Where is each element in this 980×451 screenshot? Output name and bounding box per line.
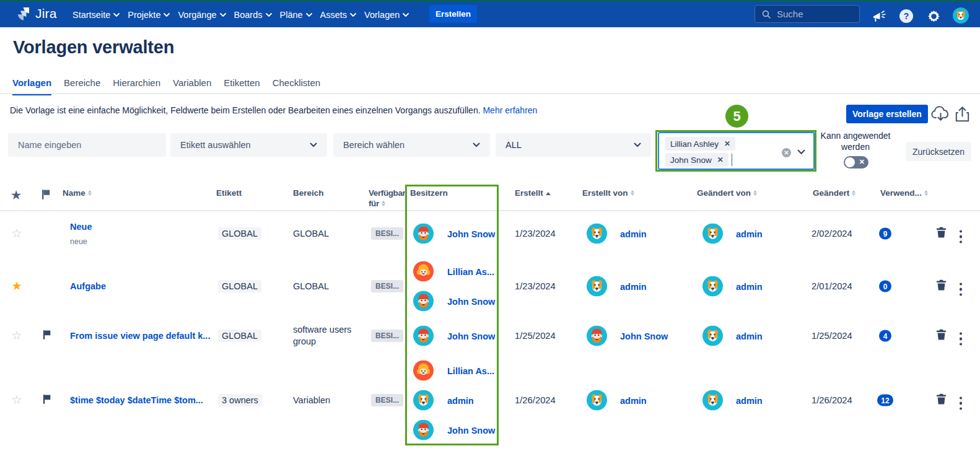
jira-logo[interactable]: Jira: [17, 6, 57, 21]
header-verwendungen[interactable]: Verwend...: [880, 188, 928, 198]
chevron-down-icon[interactable]: [797, 149, 805, 155]
created-by-link[interactable]: admin: [620, 395, 647, 405]
header-geaendert-von[interactable]: Geändert von: [697, 188, 757, 198]
search-icon: [762, 10, 771, 19]
created-date: 1/25/2024: [515, 330, 556, 341]
applicable-filter-select[interactable]: ALL: [496, 133, 651, 157]
modified-by-link[interactable]: admin: [736, 229, 763, 239]
header-erstellt-von[interactable]: Erstellt von: [582, 188, 634, 198]
can-apply-toggle[interactable]: ✕: [844, 156, 868, 169]
header-geaendert[interactable]: Geändert: [813, 188, 855, 198]
sort-icon: [924, 190, 928, 196]
chevron-down-icon: [306, 13, 312, 17]
etikett-cell: GLOBAL: [218, 330, 261, 342]
star-toggle[interactable]: ☆: [10, 330, 24, 342]
created-by-link[interactable]: admin: [620, 229, 647, 239]
label-filter-select[interactable]: Etikett auswählen: [170, 133, 327, 157]
template-name-link[interactable]: Aufgabe: [70, 281, 214, 291]
help-button[interactable]: ?: [898, 8, 914, 24]
nav-item-startseite[interactable]: Startseite: [72, 10, 120, 20]
nav-item-vorlagen[interactable]: Vorlagen: [364, 10, 409, 20]
star-toggle[interactable]: ★: [10, 280, 24, 292]
owner-link[interactable]: John Snow: [447, 229, 495, 239]
jira-logo-text: Jira: [35, 6, 57, 21]
jira-templates-page: Jira Startseite Projekte Vorgänge Boards…: [0, 0, 980, 451]
import-button[interactable]: [931, 105, 950, 125]
table-header: ★ Name Etikett Bereich Verfügbar für Bes…: [0, 185, 980, 210]
search-input[interactable]: Suche: [755, 5, 860, 23]
row-menu-button[interactable]: [955, 277, 967, 296]
owner-chip-john[interactable]: John Snow ✕: [665, 153, 728, 167]
learn-more-link[interactable]: Mehr erfahren: [483, 105, 537, 115]
create-template-button[interactable]: Vorlage erstellen: [846, 105, 928, 123]
row-menu-button[interactable]: [955, 391, 967, 410]
nav-item-vorgaenge[interactable]: Vorgänge: [178, 10, 225, 20]
create-button[interactable]: Erstellen: [429, 5, 477, 23]
remove-chip-icon[interactable]: ✕: [724, 139, 730, 148]
delete-button[interactable]: [934, 279, 948, 293]
etikett-cell: 3 owners: [218, 394, 262, 406]
template-name-link[interactable]: Neue: [70, 222, 214, 232]
announcements-button[interactable]: [871, 8, 887, 24]
owner-link[interactable]: Lillian As...: [447, 266, 494, 276]
cloud-download-icon: [931, 105, 950, 123]
owner-chip-lillian[interactable]: Lillian Ashley ✕: [665, 137, 735, 151]
page-description: Die Vorlage ist eine einfache Möglichkei…: [10, 105, 537, 115]
template-name-link[interactable]: $time $today $dateTime $tom...: [70, 395, 214, 405]
header-bereich[interactable]: Bereich: [293, 188, 324, 198]
modified-by-link[interactable]: admin: [736, 395, 763, 405]
owner-link[interactable]: John Snow: [447, 425, 495, 435]
verfuegbar-cell: BESI...: [371, 227, 403, 240]
header-erstellt[interactable]: Erstellt: [515, 188, 551, 198]
delete-button[interactable]: [934, 329, 948, 343]
flag-icon: [42, 394, 51, 404]
header-besitzern[interactable]: Besitzern: [410, 188, 448, 198]
owner-link[interactable]: admin: [447, 395, 474, 405]
chevron-down-icon: [266, 13, 272, 17]
export-button[interactable]: [955, 106, 970, 125]
owner-link[interactable]: John Snow: [447, 331, 495, 341]
header-star-icon[interactable]: ★: [11, 190, 21, 201]
nav-item-plaene[interactable]: Pläne: [280, 10, 312, 20]
created-by-link[interactable]: John Snow: [620, 331, 668, 341]
owners-filter-multiselect[interactable]: Lillian Ashley ✕ John Snow ✕ ✕: [658, 132, 815, 170]
created-by-link[interactable]: admin: [620, 281, 647, 291]
reset-button[interactable]: Zurücksetzen: [906, 142, 971, 161]
template-subtitle: neue: [70, 237, 214, 246]
kebab-icon: [960, 230, 963, 243]
header-flag-icon[interactable]: [41, 189, 51, 199]
owner-link[interactable]: Lillian As...: [447, 366, 494, 375]
nav-item-assets[interactable]: Assets: [320, 10, 357, 20]
star-toggle[interactable]: ☆: [10, 227, 24, 240]
header-name[interactable]: Name: [63, 188, 92, 198]
template-name-cell: From issue view page default k...: [70, 331, 214, 341]
modified-by-link[interactable]: admin: [736, 281, 763, 291]
nav-item-projekte[interactable]: Projekte: [128, 10, 170, 20]
share-export-icon: [955, 106, 970, 123]
scope-filter-select[interactable]: Bereich wählen: [333, 133, 490, 157]
usage-badge: 12: [877, 395, 893, 406]
owners-cell: Lillian As... admin John Snow: [413, 361, 499, 440]
star-toggle[interactable]: ☆: [10, 394, 24, 406]
etikett-cell: GLOBAL: [218, 227, 261, 240]
owner-link[interactable]: John Snow: [447, 296, 495, 306]
user-avatar[interactable]: [953, 7, 969, 24]
nav-item-boards[interactable]: Boards: [234, 10, 272, 20]
header-verfuegbar-fuer[interactable]: Verfügbar für: [369, 188, 406, 208]
row-menu-button[interactable]: [955, 224, 967, 243]
remove-chip-icon[interactable]: ✕: [717, 155, 724, 164]
template-name-link[interactable]: From issue view page default k...: [70, 331, 214, 341]
main-menu: Startseite Projekte Vorgänge Boards Plän…: [72, 2, 409, 27]
modified-by-link[interactable]: admin: [736, 331, 763, 341]
header-etikett[interactable]: Etikett: [216, 188, 242, 198]
delete-button[interactable]: [934, 393, 948, 407]
settings-button[interactable]: [925, 8, 942, 24]
delete-button[interactable]: [934, 227, 948, 240]
annotation-badge-5: 5: [725, 105, 748, 128]
row-menu-button[interactable]: [955, 326, 967, 346]
name-filter-input[interactable]: Name eingeben: [8, 133, 166, 157]
tabs-divider: [0, 93, 980, 94]
flag-indicator: [40, 330, 53, 342]
template-name-cell: $time $today $dateTime $tom...: [70, 395, 214, 405]
clear-owners-icon[interactable]: ✕: [782, 148, 791, 157]
